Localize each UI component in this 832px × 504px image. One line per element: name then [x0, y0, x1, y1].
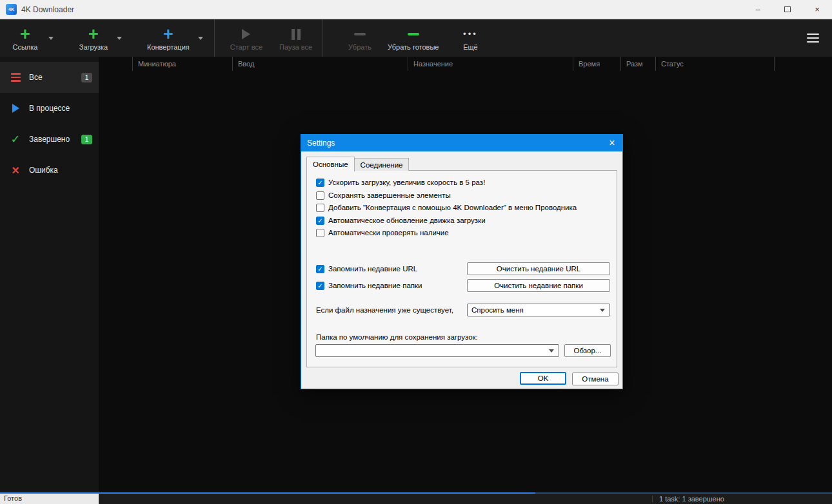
add-conversion-label: Конвертация — [147, 43, 190, 51]
default-folder-combobox[interactable] — [315, 344, 559, 357]
pause-all-label: Пауза все — [279, 43, 312, 51]
sidebar-item-completed[interactable]: ✓ Завершено 1 — [0, 124, 99, 155]
option-row: Запомнить недавние URL — [316, 264, 417, 274]
column-header-spacer — [99, 57, 132, 71]
ellipsis-icon: ••• — [463, 27, 478, 41]
toolbar-separator — [214, 19, 215, 57]
pause-icon — [292, 29, 301, 40]
column-header-status[interactable]: Статус — [655, 57, 774, 71]
checkbox-label: Автоматически проверять наличие — [328, 229, 449, 237]
file-exists-select[interactable]: Спросить меня — [467, 304, 610, 316]
menu-button[interactable] — [803, 30, 823, 46]
checkbox-keep-completed[interactable] — [316, 191, 324, 200]
main-toolbar: + Ссылка + Загрузка + Конвертация Старт … — [0, 19, 832, 57]
column-header-destination[interactable]: Назначение — [408, 57, 573, 71]
checkbox-label: Автоматическое обновление движка загрузк… — [328, 217, 486, 224]
add-link-label: Ссылка — [13, 43, 38, 51]
window-titlebar: 4K 4K Downloader – × — [0, 0, 832, 19]
chevron-down-icon — [117, 37, 122, 40]
check-icon: ✓ — [9, 133, 22, 145]
column-header-filler — [774, 57, 832, 71]
dialog-close-button[interactable]: × — [602, 135, 622, 151]
status-ready-text: Готов — [0, 494, 99, 504]
clear-recent-folders-button[interactable]: Очистить недавние папки — [467, 279, 610, 292]
app-window: 4K 4K Downloader – × + Ссылка + Загрузка… — [0, 0, 832, 504]
browse-button[interactable]: Обзор... — [564, 344, 611, 357]
plus-icon: + — [20, 27, 30, 41]
chevron-down-icon — [48, 37, 54, 40]
option-row: Ускорить загрузку, увеличив скорость в 5… — [316, 177, 485, 188]
add-download-button[interactable]: + Загрузка — [75, 24, 112, 52]
maximize-icon — [784, 6, 791, 12]
status-bar: Готов 1 task: 1 завершено — [0, 494, 832, 504]
more-button[interactable]: ••• Ещё — [451, 24, 489, 52]
minimize-button[interactable]: – — [743, 0, 773, 19]
chevron-down-icon — [549, 349, 554, 353]
count-badge: 1 — [81, 135, 92, 144]
list-icon — [9, 73, 22, 82]
cancel-button[interactable]: Отмена — [572, 373, 619, 385]
option-row: Сохранять завершенные элементы — [316, 190, 451, 200]
option-row: Автоматически проверять наличие — [316, 228, 449, 238]
table-header: Миниатюра Ввод Назначение Время Разм Ста… — [99, 57, 832, 71]
add-conversion-button[interactable]: + Конвертация — [143, 24, 193, 52]
count-badge: 1 — [81, 73, 92, 82]
sidebar-item-error[interactable]: × Ошибка — [0, 155, 99, 186]
start-all-button[interactable]: Старт все — [226, 24, 266, 52]
checkbox-auto-check[interactable] — [316, 229, 324, 237]
remove-completed-label: Убрать готовые — [388, 43, 439, 51]
dialog-title: Settings — [307, 139, 335, 148]
sidebar-item-label: Завершено — [29, 135, 74, 144]
window-controls: – × — [743, 0, 832, 19]
window-title: 4K Downloader — [21, 5, 74, 14]
sidebar-item-label: Ошибка — [29, 166, 92, 175]
add-download-label: Загрузка — [79, 43, 108, 51]
select-value: Спросить меня — [471, 306, 524, 314]
remove-completed-button[interactable]: Убрать готовые — [384, 24, 442, 52]
column-header-thumbnail[interactable]: Миниатюра — [132, 57, 232, 71]
minus-icon — [354, 33, 366, 35]
checkbox-remember-folders[interactable] — [316, 282, 324, 290]
checkbox-speed-boost[interactable] — [316, 179, 324, 187]
close-button[interactable]: × — [802, 0, 832, 19]
status-separator — [652, 496, 653, 502]
checkbox-engine-update[interactable] — [316, 217, 324, 225]
sidebar-item-label: В процессе — [29, 104, 92, 113]
hamburger-icon — [807, 34, 819, 35]
option-row: Добавить "Конвертация с помощью 4K Downl… — [316, 202, 577, 213]
sidebar-item-in-progress[interactable]: В процессе — [0, 93, 99, 124]
add-link-button[interactable]: + Ссылка — [6, 24, 44, 52]
sidebar: Все 1 В процессе ✓ Завершено 1 × Ошибка — [0, 57, 99, 492]
more-label: Ещё — [463, 43, 478, 51]
play-icon — [9, 104, 22, 113]
checkbox-label: Запомнить недавние URL — [328, 265, 417, 273]
checkbox-explorer-menu[interactable] — [316, 204, 324, 212]
conversion-dropdown-button[interactable] — [193, 19, 208, 57]
status-bar-right-area: 1 task: 1 завершено — [99, 494, 832, 504]
column-header-time[interactable]: Время — [573, 57, 620, 71]
status-task-summary: 1 task: 1 завершено — [659, 494, 724, 503]
column-header-input[interactable]: Ввод — [232, 57, 408, 71]
tab-general[interactable]: Основные — [306, 157, 355, 171]
play-icon — [242, 29, 250, 39]
clear-recent-urls-button[interactable]: Очистить недавние URL — [467, 262, 610, 275]
download-dropdown-button[interactable] — [112, 19, 126, 57]
column-header-size[interactable]: Разм — [620, 57, 655, 71]
app-logo-icon: 4K — [6, 4, 17, 15]
maximize-button[interactable] — [773, 0, 802, 19]
tab-connection[interactable]: Соединение — [355, 158, 410, 171]
checkbox-label: Сохранять завершенные элементы — [328, 191, 451, 199]
sidebar-item-all[interactable]: Все 1 — [0, 62, 99, 93]
remove-button[interactable]: Убрать — [341, 24, 379, 52]
sidebar-item-label: Все — [29, 73, 74, 82]
link-dropdown-button[interactable] — [44, 19, 58, 57]
plus-icon: + — [163, 27, 173, 41]
dialog-titlebar[interactable]: Settings × — [301, 135, 622, 151]
plus-icon: + — [88, 27, 99, 41]
ok-button[interactable]: OK — [520, 372, 566, 385]
checkbox-remember-urls[interactable] — [316, 265, 324, 273]
dialog-tabs: Основные Соединение — [306, 156, 409, 171]
settings-panel: Ускорить загрузку, увеличив скорость в 5… — [306, 170, 617, 367]
pause-all-button[interactable]: Пауза все — [275, 24, 316, 52]
chevron-down-icon — [198, 37, 203, 40]
